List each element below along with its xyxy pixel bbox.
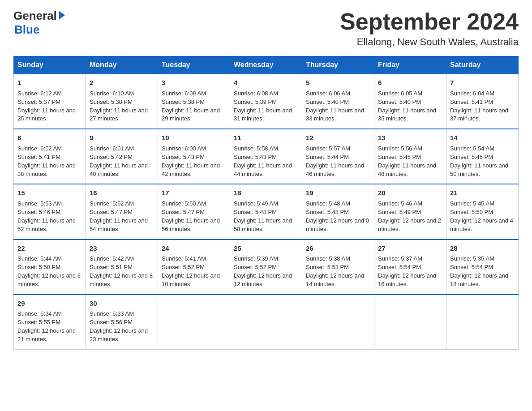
day-info: Sunrise: 6:00 AMSunset: 5:43 PMDaylight:… <box>162 145 226 178</box>
calendar-header-sunday: Sunday <box>14 56 86 74</box>
day-number: 6 <box>378 78 442 88</box>
day-info: Sunrise: 6:08 AMSunset: 5:39 PMDaylight:… <box>234 90 298 123</box>
day-number: 22 <box>17 244 82 253</box>
title-block: September 2024 Ellalong, New South Wales… <box>340 9 519 48</box>
calendar-day-cell: 15Sunrise: 5:53 AMSunset: 5:46 PMDayligh… <box>14 184 86 239</box>
day-info: Sunrise: 5:42 AMSunset: 5:51 PMDaylight:… <box>90 255 154 288</box>
calendar-day-cell: 3Sunrise: 6:09 AMSunset: 5:38 PMDaylight… <box>158 74 230 129</box>
day-number: 24 <box>162 244 226 253</box>
day-info: Sunrise: 6:06 AMSunset: 5:40 PMDaylight:… <box>306 90 370 123</box>
calendar-day-cell: 30Sunrise: 5:33 AMSunset: 5:56 PMDayligh… <box>86 295 158 350</box>
calendar-day-cell: 29Sunrise: 5:34 AMSunset: 5:55 PMDayligh… <box>14 295 86 350</box>
day-number: 12 <box>306 133 370 143</box>
day-info: Sunrise: 5:58 AMSunset: 5:43 PMDaylight:… <box>234 145 298 178</box>
day-info: Sunrise: 6:12 AMSunset: 5:37 PMDaylight:… <box>17 90 82 123</box>
day-number: 5 <box>306 78 370 88</box>
calendar-day-cell: 22Sunrise: 5:44 AMSunset: 5:50 PMDayligh… <box>14 240 86 295</box>
day-info: Sunrise: 5:45 AMSunset: 5:50 PMDaylight:… <box>450 200 515 233</box>
day-info: Sunrise: 5:53 AMSunset: 5:46 PMDaylight:… <box>17 200 82 233</box>
calendar-day-cell: 5Sunrise: 6:06 AMSunset: 5:40 PMDaylight… <box>302 74 374 129</box>
day-number: 14 <box>450 133 515 143</box>
day-number: 9 <box>90 133 154 143</box>
calendar-day-cell: 27Sunrise: 5:37 AMSunset: 5:54 PMDayligh… <box>374 240 446 295</box>
day-info: Sunrise: 6:09 AMSunset: 5:38 PMDaylight:… <box>162 90 226 123</box>
day-number: 11 <box>234 133 298 143</box>
day-number: 23 <box>90 244 154 253</box>
day-info: Sunrise: 6:02 AMSunset: 5:41 PMDaylight:… <box>17 145 82 178</box>
calendar-day-cell <box>374 295 446 350</box>
day-info: Sunrise: 5:34 AMSunset: 5:55 PMDaylight:… <box>17 310 82 343</box>
day-number: 21 <box>450 188 515 198</box>
day-info: Sunrise: 5:57 AMSunset: 5:44 PMDaylight:… <box>306 145 370 178</box>
calendar-day-cell: 23Sunrise: 5:42 AMSunset: 5:51 PMDayligh… <box>86 240 158 295</box>
calendar-day-cell: 2Sunrise: 6:10 AMSunset: 5:38 PMDaylight… <box>86 74 158 129</box>
calendar-day-cell: 24Sunrise: 5:41 AMSunset: 5:52 PMDayligh… <box>158 240 230 295</box>
logo-arrow-icon <box>59 11 65 20</box>
day-info: Sunrise: 5:39 AMSunset: 5:52 PMDaylight:… <box>234 255 298 288</box>
calendar-day-cell: 9Sunrise: 6:01 AMSunset: 5:42 PMDaylight… <box>86 129 158 184</box>
calendar-day-cell: 10Sunrise: 6:00 AMSunset: 5:43 PMDayligh… <box>158 129 230 184</box>
calendar-day-cell: 17Sunrise: 5:50 AMSunset: 5:47 PMDayligh… <box>158 184 230 239</box>
calendar-day-cell: 1Sunrise: 6:12 AMSunset: 5:37 PMDaylight… <box>14 74 86 129</box>
calendar-day-cell: 7Sunrise: 6:04 AMSunset: 5:41 PMDaylight… <box>446 74 519 129</box>
day-info: Sunrise: 5:33 AMSunset: 5:56 PMDaylight:… <box>90 310 154 343</box>
calendar-day-cell: 12Sunrise: 5:57 AMSunset: 5:44 PMDayligh… <box>302 129 374 184</box>
calendar-day-cell <box>446 295 519 350</box>
logo-general-text: General <box>13 9 57 23</box>
day-info: Sunrise: 5:54 AMSunset: 5:45 PMDaylight:… <box>450 145 515 178</box>
day-info: Sunrise: 5:37 AMSunset: 5:54 PMDaylight:… <box>378 255 442 288</box>
month-title: September 2024 <box>340 9 519 34</box>
calendar-week-row: 8Sunrise: 6:02 AMSunset: 5:41 PMDaylight… <box>14 129 519 184</box>
day-number: 4 <box>234 78 298 88</box>
calendar-day-cell: 21Sunrise: 5:45 AMSunset: 5:50 PMDayligh… <box>446 184 519 239</box>
day-number: 17 <box>162 188 226 198</box>
calendar-header-saturday: Saturday <box>446 56 519 74</box>
calendar-day-cell: 11Sunrise: 5:58 AMSunset: 5:43 PMDayligh… <box>230 129 302 184</box>
calendar-header-monday: Monday <box>86 56 158 74</box>
day-number: 13 <box>378 133 442 143</box>
day-number: 28 <box>450 244 515 253</box>
logo-blue-text: Blue <box>14 23 39 37</box>
day-number: 3 <box>162 78 226 88</box>
calendar-header-thursday: Thursday <box>302 56 374 74</box>
calendar-day-cell: 26Sunrise: 5:38 AMSunset: 5:53 PMDayligh… <box>302 240 374 295</box>
day-number: 19 <box>306 188 370 198</box>
day-number: 10 <box>162 133 226 143</box>
calendar-day-cell: 13Sunrise: 5:56 AMSunset: 5:45 PMDayligh… <box>374 129 446 184</box>
calendar-day-cell <box>230 295 302 350</box>
day-number: 29 <box>17 299 82 308</box>
day-number: 7 <box>450 78 515 88</box>
day-number: 15 <box>17 188 82 198</box>
day-info: Sunrise: 6:01 AMSunset: 5:42 PMDaylight:… <box>90 145 154 178</box>
calendar-day-cell <box>158 295 230 350</box>
page-header: General Blue September 2024 Ellalong, Ne… <box>13 9 519 48</box>
location-text: Ellalong, New South Wales, Australia <box>340 36 519 48</box>
calendar-table: SundayMondayTuesdayWednesdayThursdayFrid… <box>13 56 519 350</box>
day-info: Sunrise: 5:44 AMSunset: 5:50 PMDaylight:… <box>17 255 82 288</box>
day-info: Sunrise: 5:52 AMSunset: 5:47 PMDaylight:… <box>90 200 154 233</box>
calendar-day-cell: 19Sunrise: 5:48 AMSunset: 5:48 PMDayligh… <box>302 184 374 239</box>
calendar-week-row: 22Sunrise: 5:44 AMSunset: 5:50 PMDayligh… <box>14 240 519 295</box>
calendar-day-cell: 18Sunrise: 5:49 AMSunset: 5:48 PMDayligh… <box>230 184 302 239</box>
day-info: Sunrise: 5:48 AMSunset: 5:48 PMDaylight:… <box>306 200 370 233</box>
day-number: 20 <box>378 188 442 198</box>
day-info: Sunrise: 5:50 AMSunset: 5:47 PMDaylight:… <box>162 200 226 233</box>
day-info: Sunrise: 5:56 AMSunset: 5:45 PMDaylight:… <box>378 145 442 178</box>
day-info: Sunrise: 5:49 AMSunset: 5:48 PMDaylight:… <box>234 200 298 233</box>
calendar-day-cell: 25Sunrise: 5:39 AMSunset: 5:52 PMDayligh… <box>230 240 302 295</box>
calendar-day-cell: 14Sunrise: 5:54 AMSunset: 5:45 PMDayligh… <box>446 129 519 184</box>
day-info: Sunrise: 5:35 AMSunset: 5:54 PMDaylight:… <box>450 255 515 288</box>
calendar-header-wednesday: Wednesday <box>230 56 302 74</box>
calendar-week-row: 15Sunrise: 5:53 AMSunset: 5:46 PMDayligh… <box>14 184 519 239</box>
day-info: Sunrise: 5:46 AMSunset: 5:49 PMDaylight:… <box>378 200 442 233</box>
logo: General Blue <box>13 9 65 37</box>
day-info: Sunrise: 5:41 AMSunset: 5:52 PMDaylight:… <box>162 255 226 288</box>
calendar-header-tuesday: Tuesday <box>158 56 230 74</box>
calendar-day-cell: 16Sunrise: 5:52 AMSunset: 5:47 PMDayligh… <box>86 184 158 239</box>
day-number: 25 <box>234 244 298 253</box>
calendar-header-friday: Friday <box>374 56 446 74</box>
calendar-day-cell: 28Sunrise: 5:35 AMSunset: 5:54 PMDayligh… <box>446 240 519 295</box>
day-info: Sunrise: 6:10 AMSunset: 5:38 PMDaylight:… <box>90 90 154 123</box>
day-info: Sunrise: 5:38 AMSunset: 5:53 PMDaylight:… <box>306 255 370 288</box>
calendar-day-cell: 6Sunrise: 6:05 AMSunset: 5:40 PMDaylight… <box>374 74 446 129</box>
